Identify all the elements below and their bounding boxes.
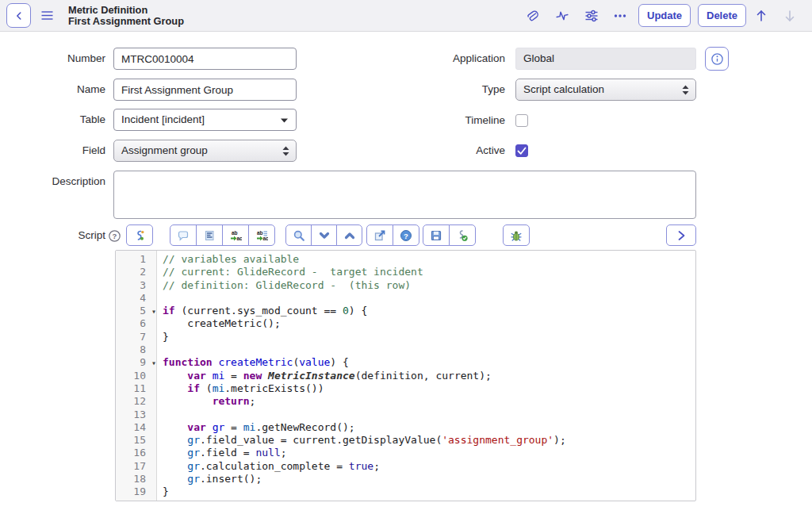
menu-icon[interactable] [41, 10, 53, 21]
code-line[interactable]: } [163, 485, 566, 498]
line-number: 16 [116, 447, 156, 459]
search-icon [293, 229, 305, 242]
caret-updown-icon [282, 146, 289, 156]
toggle-comment-button[interactable] [170, 224, 197, 246]
delete-button[interactable]: Delete [698, 4, 746, 27]
code-line[interactable]: if (current.sys_mod_count == 0) { [163, 305, 566, 317]
editor-gutter: 12345▾6789▾10111213141516171819 [116, 251, 157, 501]
help-button[interactable]: ? [393, 224, 419, 246]
line-number: 7 [116, 331, 156, 343]
number-input[interactable] [113, 48, 297, 70]
active-label: Active [317, 140, 505, 162]
record-name: First Assignment Group [68, 16, 184, 27]
code-line[interactable]: return; [163, 395, 566, 408]
activity-stream-icon[interactable] [555, 9, 569, 23]
active-checkbox[interactable] [515, 144, 528, 157]
open-window-icon [373, 229, 386, 242]
replace-button[interactable]: abac [222, 224, 249, 246]
table-select[interactable]: Incident [incident] [113, 109, 297, 131]
arrow-down-icon[interactable] [783, 9, 797, 23]
metric-definition-form: Metric Definition First Assignment Group… [0, 0, 812, 518]
syntax-check-icon [456, 229, 469, 242]
sliders-icon[interactable] [584, 9, 599, 23]
code-line[interactable]: function createMetric(value) { [163, 356, 566, 369]
fold-arrow-icon[interactable]: ▾ [151, 305, 156, 318]
code-line[interactable]: createMetric(); [163, 317, 566, 330]
replace-all-button[interactable]: abac [248, 224, 275, 246]
code-line[interactable]: gr.field_value = current.getDisplayValue… [163, 434, 566, 447]
code-line[interactable]: var mi = new MetricInstance(definition, … [163, 370, 566, 382]
code-line[interactable]: gr.insert(); [163, 473, 566, 485]
page-title: Metric Definition First Assignment Group [68, 5, 184, 27]
description-label: Description [0, 171, 105, 193]
line-number: 6 [116, 317, 156, 330]
number-label: Number [0, 48, 105, 70]
syntax-check-button[interactable] [449, 224, 476, 246]
chevron-up-icon [343, 229, 356, 242]
code-line[interactable]: // current: GlideRecord - target inciden… [163, 266, 566, 278]
debug-button[interactable] [503, 224, 530, 246]
find-previous-button[interactable] [336, 224, 362, 246]
code-line[interactable]: } [163, 331, 566, 343]
code-line[interactable]: // variables available [163, 253, 566, 266]
description-textarea[interactable] [113, 171, 696, 219]
timeline-checkbox[interactable] [515, 114, 528, 127]
chevron-down-icon [318, 229, 331, 242]
chevron-left-icon [13, 10, 25, 21]
expand-script-button[interactable] [666, 224, 696, 246]
help-icon: ? [400, 229, 412, 242]
replace-icon: abac [229, 229, 242, 242]
line-number: 13 [116, 409, 156, 421]
find-next-button[interactable] [311, 224, 337, 246]
caret-down-icon [281, 118, 288, 123]
field-select[interactable]: Assignment group [113, 140, 297, 162]
code-line[interactable] [163, 409, 566, 421]
record-type: Metric Definition [68, 5, 184, 16]
back-button[interactable] [6, 3, 31, 28]
more-icon[interactable] [613, 9, 627, 23]
line-number: 18 [116, 473, 156, 485]
fold-arrow-icon[interactable]: ▾ [151, 357, 156, 370]
line-number: 14 [116, 421, 156, 434]
script-tree-button[interactable] [126, 224, 153, 246]
code-line[interactable]: if (mi.metricExists()) [163, 382, 566, 395]
line-number: 17 [116, 460, 156, 473]
code-line[interactable]: gr.field = null; [163, 447, 566, 459]
type-select[interactable]: Script calculation [515, 79, 696, 101]
search-button[interactable] [285, 224, 312, 246]
code-line[interactable] [163, 343, 566, 356]
line-number: 4 [116, 292, 156, 305]
arrow-up-icon[interactable] [754, 9, 768, 23]
svg-text:ac: ac [263, 236, 269, 241]
code-line[interactable]: var gr = mi.getNewRecord(); [163, 421, 566, 434]
editor-code[interactable]: // variables available// current: GlideR… [157, 251, 566, 501]
line-number: 11 [116, 382, 156, 395]
code-line[interactable]: // definition: GlideRecord - (this row) [163, 279, 566, 292]
format-code-button[interactable] [196, 224, 223, 246]
svg-text:?: ? [404, 231, 408, 240]
name-input[interactable] [113, 79, 297, 101]
script-help-icon[interactable]: ? [109, 230, 121, 242]
line-number: 5▾ [116, 305, 156, 317]
attachment-icon[interactable] [526, 9, 540, 23]
code-line[interactable] [163, 292, 566, 305]
replace-all-icon: abac [255, 229, 268, 242]
chevron-right-icon [676, 230, 687, 241]
header-bar: Metric Definition First Assignment Group… [0, 0, 812, 32]
line-number: 15 [116, 434, 156, 447]
format-code-icon [203, 229, 216, 242]
caret-updown-icon [682, 85, 689, 95]
script-editor[interactable]: 12345▾6789▾10111213141516171819 // varia… [115, 250, 696, 501]
type-value: Script calculation [523, 83, 604, 95]
field-value: Assignment group [121, 144, 208, 156]
save-button[interactable] [423, 224, 450, 246]
line-number: 9▾ [116, 356, 156, 369]
info-icon [710, 52, 724, 66]
application-info-button[interactable] [705, 47, 729, 71]
script-label: Script [0, 224, 105, 247]
code-line[interactable]: gr.calculation_complete = true; [163, 460, 566, 473]
open-window-button[interactable] [366, 224, 393, 246]
update-button[interactable]: Update [638, 4, 691, 27]
application-field: Global [515, 48, 696, 70]
line-number: 1 [116, 253, 156, 266]
